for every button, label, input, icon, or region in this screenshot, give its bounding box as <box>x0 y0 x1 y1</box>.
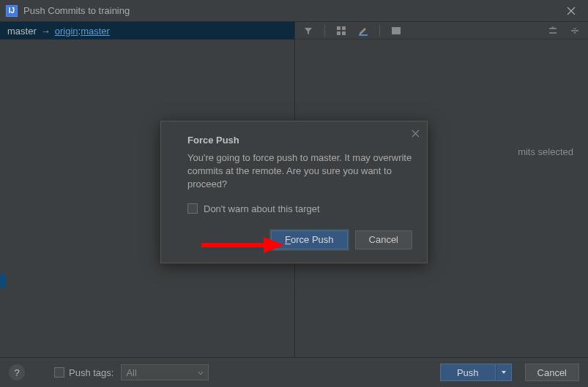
dialog-message: You're going to force push to master. It… <box>187 151 412 192</box>
force-push-button[interactable]: Force Push <box>271 230 348 249</box>
help-button[interactable]: ? <box>9 364 25 380</box>
toolbar-separator <box>379 25 380 37</box>
dont-warn-checkbox[interactable] <box>187 203 198 214</box>
titlebar: IJ Push Commits to training <box>0 0 588 22</box>
push-tags-label: Push tags: <box>69 367 113 378</box>
svg-rect-1 <box>342 26 346 30</box>
remote-branch-link[interactable]: master <box>81 26 110 37</box>
push-tags-checkbox[interactable] <box>54 367 64 377</box>
dialog-cancel-button[interactable]: Cancel <box>355 230 412 249</box>
push-dropdown-button[interactable] <box>496 364 512 381</box>
grid-icon[interactable] <box>335 25 347 37</box>
push-tags-row: Push tags: All <box>54 364 209 380</box>
dialog-close-icon[interactable] <box>412 127 420 140</box>
cancel-button[interactable]: Cancel <box>525 364 579 381</box>
push-tags-value: All <box>126 367 136 378</box>
expand-icon[interactable] <box>547 25 559 37</box>
dialog-footer: ? Push tags: All Push Cancel <box>0 357 588 387</box>
svg-rect-5 <box>392 27 401 34</box>
force-push-label-rest: orce Push <box>291 234 334 245</box>
local-branch: master <box>7 26 37 37</box>
push-button[interactable]: Push <box>440 364 496 381</box>
push-tags-dropdown[interactable]: All <box>121 364 209 380</box>
collapse-icon[interactable] <box>569 25 581 37</box>
svg-rect-3 <box>342 31 346 35</box>
filter-icon[interactable] <box>302 25 314 37</box>
app-icon: IJ <box>6 5 18 17</box>
edit-icon[interactable] <box>357 25 369 37</box>
arrow-separator: → <box>41 26 51 37</box>
toolbar-separator <box>324 25 325 37</box>
selection-marker <box>0 274 6 288</box>
branch-spec-row[interactable]: master → origin : master <box>0 22 294 40</box>
push-split-button: Push <box>440 364 512 381</box>
force-push-dialog: Force Push You're going to force push to… <box>160 121 428 263</box>
svg-rect-2 <box>337 31 340 35</box>
mnemonic: F <box>285 234 291 245</box>
chevron-down-icon <box>198 367 204 378</box>
details-toolbar <box>295 22 588 40</box>
preview-icon[interactable] <box>390 25 402 37</box>
svg-rect-0 <box>337 26 340 30</box>
no-commits-label: mits selected <box>518 146 573 157</box>
dont-warn-label: Don't warn about this target <box>204 203 320 214</box>
dialog-title: Force Push <box>187 135 412 146</box>
window-title: Push Commits to training <box>23 5 560 16</box>
remote-name-link[interactable]: origin <box>55 26 78 37</box>
close-icon[interactable] <box>560 0 582 22</box>
